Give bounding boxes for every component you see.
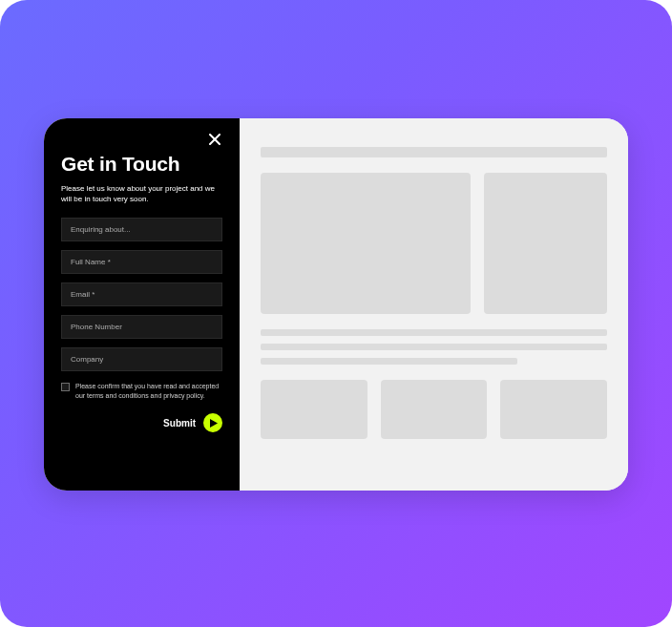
submit-label: Submit xyxy=(163,418,196,428)
background: Get in Touch Please let us know about yo… xyxy=(0,0,672,627)
content-area xyxy=(240,118,628,491)
placeholder-box-small xyxy=(484,173,607,314)
placeholder-cards xyxy=(261,380,607,439)
consent-row: Please confirm that you have read and ac… xyxy=(61,382,222,401)
company-input[interactable] xyxy=(61,347,222,371)
contact-panel: Get in Touch Please let us know about yo… xyxy=(44,118,240,491)
fullname-input[interactable] xyxy=(61,250,222,274)
placeholder-lines xyxy=(261,329,607,365)
submit-circle xyxy=(203,413,222,432)
consent-label: Please confirm that you have read and ac… xyxy=(75,382,222,401)
enquiry-input[interactable] xyxy=(61,218,222,241)
placeholder-box-large xyxy=(261,173,471,314)
panel-subtitle: Please let us know about your project an… xyxy=(61,183,222,204)
placeholder-card xyxy=(500,380,607,439)
placeholder-card xyxy=(381,380,488,439)
panel-title: Get in Touch xyxy=(61,153,222,176)
phone-input[interactable] xyxy=(61,315,222,339)
email-input[interactable] xyxy=(61,282,222,306)
consent-checkbox[interactable] xyxy=(61,383,70,391)
placeholder-row xyxy=(261,173,607,314)
submit-button[interactable]: Submit xyxy=(61,413,222,432)
close-icon xyxy=(209,134,220,145)
device-window: Get in Touch Please let us know about yo… xyxy=(44,118,628,491)
svg-marker-2 xyxy=(210,419,218,428)
close-button[interactable] xyxy=(207,132,222,147)
placeholder-card xyxy=(261,380,368,439)
placeholder-line xyxy=(261,329,607,336)
play-icon xyxy=(210,419,218,428)
placeholder-bar xyxy=(261,147,607,157)
placeholder-line xyxy=(261,358,517,365)
placeholder-line xyxy=(261,344,607,350)
